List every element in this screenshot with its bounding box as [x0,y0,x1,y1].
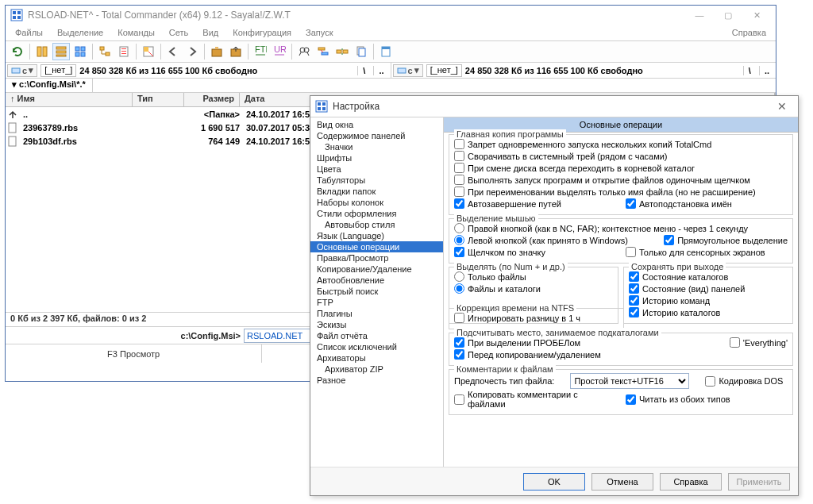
menu-config[interactable]: Конфигурация [226,26,298,39]
tree-node[interactable]: Вкладки папок [310,186,443,197]
tree-node[interactable]: Правка/Просмотр [310,252,443,264]
settings-tree[interactable]: Вид окнаСодержимое панелейЗначкиШрифтыЦв… [310,117,444,467]
drive-c-left[interactable]: c ▾ [7,64,37,77]
drive-none-right[interactable]: [_нет_] [426,64,462,77]
notepad-icon[interactable] [377,43,395,60]
ck-root-on-drive-change[interactable]: При смене диска всегда переходить в корн… [454,162,788,174]
ok-button[interactable]: OK [523,473,585,491]
col-type[interactable]: Тип [133,93,184,106]
tree-node[interactable]: Вид окна [310,119,443,130]
tree-node[interactable]: Разное [310,375,443,386]
root-button-right[interactable]: \ [743,66,756,75]
tree-node[interactable]: Быстрый поиск [310,286,443,297]
rb-left-button[interactable]: Левой кнопкой (как принято в Windows) [454,234,628,246]
root-button-left[interactable]: \ [357,66,370,75]
minimize-button[interactable]: — [685,6,714,25]
view-thumbs-icon[interactable] [71,43,89,60]
ck-copy-comments[interactable]: Копировать комментарии с файлами [454,389,616,410]
menu-files[interactable]: Файлы [9,26,49,39]
ck-space-on-space[interactable]: При выделении ПРОБЕЛом [454,337,720,348]
menu-net[interactable]: Сеть [163,26,195,39]
tree-node[interactable]: Язык (Language) [310,230,443,241]
invert-icon[interactable] [140,43,157,60]
view-full-icon[interactable] [52,43,70,60]
ck-touch-only[interactable]: Только для сенсорных экранов [626,246,788,258]
combo-comment-type[interactable]: Простой текст+UTF16 [570,373,689,389]
ftp-connect-icon[interactable]: FTP [252,43,269,60]
tree-node[interactable]: Плагины [310,308,443,319]
drive-c-right[interactable]: c ▾ [393,64,423,77]
tree-node[interactable]: Архиватор ZIP [310,364,443,375]
tree-node[interactable]: Список исключений [310,341,443,352]
ck-rect-select[interactable]: Прямоугольное выделение [664,234,788,246]
menu-help[interactable]: Справка [726,26,773,39]
ck-ignore-1h[interactable]: Игнорировать разницу в 1 ч [454,312,618,324]
help-button[interactable]: Справка [660,473,722,491]
menu-selection[interactable]: Выделение [51,26,110,39]
ck-save-dirs[interactable]: Состояние каталогов [629,271,788,283]
col-name[interactable]: ↑ Имя [6,93,133,106]
pack-icon[interactable] [208,43,225,60]
up-button-left[interactable]: .. [373,66,388,75]
ck-save-panels[interactable]: Состояние (вид) панелей [629,283,788,294]
dialog-close-icon[interactable]: ✕ [771,100,793,113]
svg-rect-9 [56,55,66,56]
ck-path-autocomplete[interactable]: Автозавершение путей [454,198,616,210]
rb-right-button[interactable]: Правой кнопкой (как в NC, FAR); контекст… [454,222,788,234]
tree-node[interactable]: Автовыбор стиля [310,219,443,230]
search-icon[interactable] [295,43,313,60]
tree-node[interactable]: Наборы колонок [310,197,443,208]
menu-commands[interactable]: Команды [111,26,161,39]
tree-node[interactable]: Эскизы [310,319,443,330]
back-icon[interactable] [164,43,182,60]
tree-node[interactable]: Архиваторы [310,352,443,364]
all-files-icon[interactable] [115,43,133,60]
svg-rect-19 [121,53,126,54]
unpack-icon[interactable] [227,43,245,60]
reload-icon[interactable] [9,43,26,60]
ck-save-dir-history[interactable]: Историю каталогов [629,306,788,318]
tree-node[interactable]: Цвета [310,164,443,175]
maximize-button[interactable]: ▢ [714,6,742,25]
tree-node[interactable]: Автообновление [310,275,443,286]
copy-names-icon[interactable] [353,43,370,60]
view-brief-icon[interactable] [33,43,51,60]
tree-node[interactable]: Основные операции [310,241,443,252]
ck-space-before-copy[interactable]: Перед копированием/удалением [454,348,788,360]
tree-node[interactable]: Копирование/Удаление [310,264,443,275]
tree-node[interactable]: Содержимое панелей [310,130,443,141]
up-button-right[interactable]: .. [759,66,774,75]
drive-none-left[interactable]: [_нет_] [40,64,76,77]
ck-single-instance[interactable]: Запрет одновременного запуска нескольких… [454,138,788,150]
tree-node[interactable]: FTP [310,297,443,308]
ck-icon-click[interactable]: Щелчком по значку [454,246,616,258]
cancel-button[interactable]: Отмена [591,473,653,491]
f3-button[interactable]: F3 Просмотр [6,344,262,363]
close-button[interactable]: ✕ [742,6,771,25]
ck-read-both-types[interactable]: Читать из обоих типов [626,389,788,410]
ck-name-autosuggest[interactable]: Автоподстановка имён [626,198,788,210]
tree-icon[interactable] [96,43,114,60]
ftp-new-icon[interactable]: URL [271,43,288,60]
tree-node[interactable]: Табуляторы [310,175,443,186]
ck-single-click-open[interactable]: Выполнять запуск программ и открытие фай… [454,174,788,186]
ck-tray[interactable]: Сворачивать в системный трей (рядом с ча… [454,150,788,162]
apply-button[interactable]: Применить [728,473,790,491]
ck-dos-encoding[interactable]: Кодировка DOS [705,375,783,387]
tree-node[interactable]: Шрифты [310,152,443,164]
col-size[interactable]: Размер [184,93,240,106]
rb-files-and-dirs[interactable]: Файлы и каталоги [454,283,613,294]
tab-left[interactable]: ▾ c:\Config.Msi\*.* [6,79,93,92]
ck-save-cmd-history[interactable]: Историю команд [629,294,788,306]
multirename-icon[interactable] [314,43,332,60]
rb-files-only[interactable]: Только файлы [454,271,613,283]
menu-run[interactable]: Запуск [299,26,339,39]
sync-icon[interactable] [333,43,351,60]
forward-icon[interactable] [183,43,201,60]
tree-node[interactable]: Стили оформления [310,208,443,219]
tree-node[interactable]: Значки [310,141,443,152]
ck-rename-name-only[interactable]: При переименовании выделять только имя ф… [454,186,788,198]
tree-node[interactable]: Файл отчёта [310,330,443,341]
menu-view[interactable]: Вид [196,26,225,39]
ck-everything[interactable]: 'Everything' [730,337,788,348]
